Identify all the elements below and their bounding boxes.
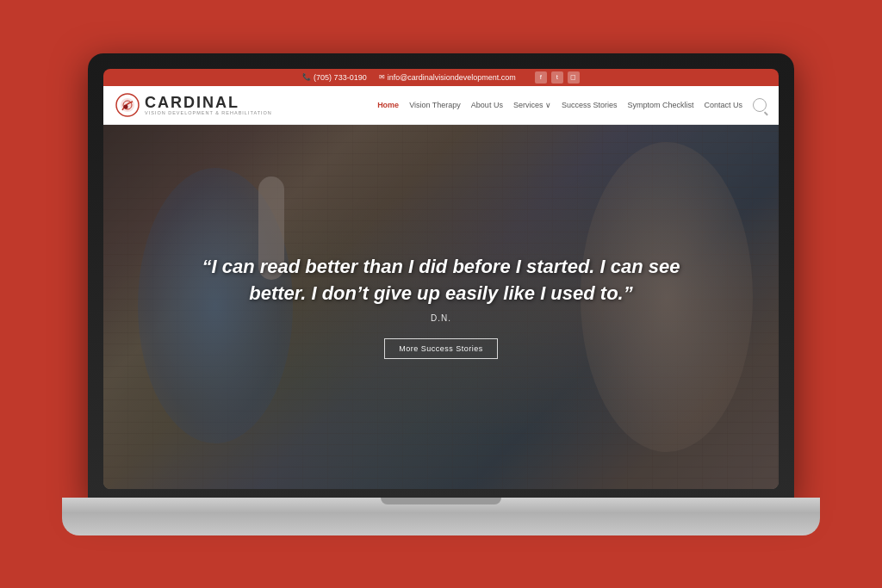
search-icon[interactable] xyxy=(753,98,767,112)
top-bar: 📞 (705) 733-0190 ✉ info@cardinalvisionde… xyxy=(103,69,779,86)
phone-bar-item: 📞 (705) 733-0190 xyxy=(302,73,367,82)
social-icons-group: f t ◻ xyxy=(535,71,580,84)
phone-number: (705) 733-0190 xyxy=(314,73,367,82)
more-success-stories-button[interactable]: More Success Stories xyxy=(384,338,498,359)
nav-bar: CARDINAL VISION DEVELOPMENT & REHABILITA… xyxy=(103,86,779,125)
nav-symptom-checklist[interactable]: Symptom Checklist xyxy=(627,101,693,109)
logo-text-area: CARDINAL VISION DEVELOPMENT & REHABILITA… xyxy=(145,95,272,115)
nav-links: Home Vision Therapy About Us Services ∨ … xyxy=(377,98,767,112)
website-content: 📞 (705) 733-0190 ✉ info@cardinalvisionde… xyxy=(103,69,779,489)
laptop-lid: 📞 (705) 733-0190 ✉ info@cardinalvisionde… xyxy=(88,53,794,501)
phone-icon: 📞 xyxy=(302,73,311,81)
facebook-icon[interactable]: f xyxy=(535,71,547,84)
laptop-mockup: 📞 (705) 733-0190 ✉ info@cardinalvisionde… xyxy=(88,53,794,535)
svg-point-3 xyxy=(124,104,128,108)
logo-icon-svg xyxy=(115,93,140,117)
nav-services[interactable]: Services ∨ xyxy=(513,101,551,109)
hero-quote-text: “I can read better than I did before I s… xyxy=(172,254,710,307)
nav-vision-therapy[interactable]: Vision Therapy xyxy=(409,101,461,109)
hero-attribution-text: D.N. xyxy=(431,313,451,323)
nav-contact-us[interactable]: Contact Us xyxy=(704,101,742,109)
instagram-icon[interactable]: ◻ xyxy=(568,71,580,84)
logo-area: CARDINAL VISION DEVELOPMENT & REHABILITA… xyxy=(115,93,272,117)
nav-about-us[interactable]: About Us xyxy=(471,101,503,109)
hero-section: “I can read better than I did before I s… xyxy=(103,125,779,489)
laptop-base xyxy=(62,498,820,535)
screen-bezel: 📞 (705) 733-0190 ✉ info@cardinalvisionde… xyxy=(103,69,779,489)
nav-home[interactable]: Home xyxy=(377,101,399,109)
email-address: info@cardinalvisiondevelopment.com xyxy=(388,73,516,82)
nav-success-stories[interactable]: Success Stories xyxy=(562,101,618,109)
hero-content: “I can read better than I did before I s… xyxy=(103,125,779,489)
email-icon: ✉ xyxy=(379,73,385,81)
twitter-icon[interactable]: t xyxy=(551,71,563,84)
email-bar-item: ✉ info@cardinalvisiondevelopment.com xyxy=(379,73,516,82)
logo-main-text: CARDINAL xyxy=(145,95,272,110)
logo-sub-text: VISION DEVELOPMENT & REHABILITATION xyxy=(145,110,272,115)
